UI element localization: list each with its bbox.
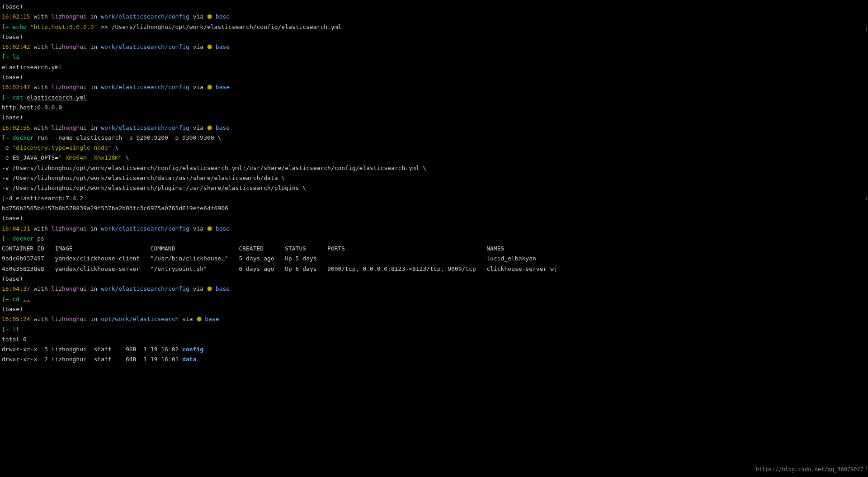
- cmd: docker: [12, 235, 33, 242]
- timestamp: 16:05:24: [2, 316, 30, 322]
- cmd: ls: [12, 53, 19, 60]
- terminal-output: (base) 16:02:15 with lizhonghui in work/…: [2, 2, 866, 365]
- cwd: work/elasticsearch/config: [101, 225, 189, 232]
- env-name: base: [205, 316, 219, 322]
- dir-name: data: [182, 356, 196, 363]
- command-continuation: -v /Users/lizhonghui/opt/work/elasticsea…: [2, 163, 866, 173]
- base-indicator: (base): [2, 113, 866, 123]
- prompt-line: 16:02:55 with lizhonghui in work/elastic…: [2, 123, 866, 133]
- timestamp: 16:02:42: [2, 43, 30, 50]
- env-name: base: [216, 225, 230, 232]
- username: lizhonghui: [52, 225, 87, 232]
- command-line[interactable]: [→ ls: [2, 52, 866, 62]
- env-name: base: [216, 124, 230, 131]
- prompt-arrow-icon: →: [5, 326, 13, 333]
- command-line[interactable]: [→ cat elasticsearch.yml: [2, 93, 866, 103]
- cwd: work/elasticsearch/config: [101, 124, 189, 131]
- env-icon: ⬢: [207, 13, 216, 20]
- prompt-arrow-icon: →: [5, 235, 13, 242]
- dir-name: config: [182, 346, 203, 353]
- cwd: work/elasticsearch/config: [101, 13, 189, 20]
- command-continuation: |-d elasticsearch:7.4.2: [2, 194, 866, 203]
- prompt-line: 16:04:31 with lizhonghui in work/elastic…: [2, 224, 866, 234]
- cwd: work/elasticsearch/config: [101, 285, 189, 292]
- prompt-line: 16:04:37 with lizhonghui in work/elastic…: [2, 284, 866, 294]
- prompt-arrow-icon: →: [5, 94, 13, 101]
- username: lizhonghui: [52, 285, 87, 292]
- prompt-arrow-icon: →: [5, 53, 13, 60]
- table-row: 9adc6b937497 yandex/clickhouse-client "/…: [2, 254, 866, 264]
- base-indicator: (base): [2, 304, 866, 314]
- timestamp: 16:02:15: [2, 13, 30, 20]
- env-icon: ⬢: [207, 43, 216, 50]
- command-line[interactable]: [→ echo "http.host:0.0.0.0" >> /Users/li…: [2, 22, 866, 32]
- env-name: base: [216, 43, 230, 50]
- command-line[interactable]: [→ cd ..: [2, 294, 866, 304]
- command-continuation: -e "discovery.type=single-node" \: [2, 143, 866, 153]
- env-icon: ⬢: [207, 84, 216, 90]
- output-line: elasticsearch.yml: [2, 62, 866, 72]
- cmd: docker: [12, 134, 33, 141]
- scrollbar-segment[interactable]: [866, 466, 867, 469]
- command-line[interactable]: [→ docker ps: [2, 234, 866, 244]
- env-name: base: [216, 84, 230, 90]
- env-icon: ⬢: [207, 124, 216, 131]
- cmd-arg: "http.host:0.0.0.0": [30, 24, 98, 30]
- output-line: http.host:0.0.0.0: [2, 103, 866, 113]
- env-icon: ⬢: [197, 316, 205, 322]
- output-line: total 0: [2, 335, 866, 345]
- cmd-arg: elasticsearch.yml: [27, 94, 87, 101]
- env-name: base: [216, 285, 230, 292]
- timestamp: 16:02:47: [2, 84, 30, 90]
- base-indicator: (base): [2, 32, 866, 42]
- scrollbar-segment[interactable]: [866, 197, 867, 200]
- env-icon: ⬢: [207, 285, 216, 292]
- output-line: bd756b2565b4f57b8b578839a29f537ba2b03fc3…: [2, 203, 866, 213]
- table-row: 450e358238e8 yandex/clickhouse-server "/…: [2, 264, 866, 274]
- base-indicator: (base): [2, 2, 866, 12]
- username: lizhonghui: [52, 124, 87, 131]
- base-indicator: (base): [2, 72, 866, 82]
- timestamp: 16:04:37: [2, 285, 30, 292]
- cmd-arg: ..: [23, 296, 30, 302]
- cwd: work/elasticsearch/config: [101, 84, 189, 90]
- command-line[interactable]: [→ ll: [2, 325, 866, 335]
- prompt-line: 16:02:42 with lizhonghui in work/elastic…: [2, 42, 866, 52]
- watermark: https://blog.csdn.net/qq_36079077: [756, 464, 863, 474]
- table-header: CONTAINER ID IMAGE COMMAND CREATED STATU…: [2, 244, 866, 254]
- command-line[interactable]: [→ docker run --name elasticsearch -p 92…: [2, 133, 866, 143]
- cmd: ll: [12, 326, 19, 333]
- username: lizhonghui: [52, 84, 87, 90]
- username: lizhonghui: [52, 43, 87, 50]
- base-indicator: (base): [2, 213, 866, 223]
- list-item: drwxr-xr-x 2 lizhonghui staff 64B 1 19 1…: [2, 354, 866, 364]
- prompt-arrow-icon: →: [5, 24, 13, 30]
- command-continuation: -e ES_JAVA_OPTS="-Xms64m -Xmx128m" \: [2, 153, 866, 163]
- list-item: drwxr-xr-x 3 lizhonghui staff 96B 1 19 1…: [2, 345, 866, 354]
- base-indicator: (base): [2, 274, 866, 284]
- cmd: cat: [12, 94, 23, 101]
- scrollbar-segment[interactable]: [866, 27, 867, 31]
- timestamp: 16:02:55: [2, 124, 30, 131]
- prompt-line: 16:02:47 with lizhonghui in work/elastic…: [2, 82, 866, 92]
- prompt-line: 16:05:24 with lizhonghui in opt/work/ela…: [2, 314, 866, 324]
- cwd: opt/work/elasticsearch: [101, 316, 179, 322]
- prompt-arrow-icon: →: [5, 296, 13, 302]
- timestamp: 16:04:31: [2, 225, 30, 232]
- command-continuation: -v /Users/lizhonghui/opt/work/elasticsea…: [2, 173, 866, 183]
- env-name: base: [216, 13, 230, 20]
- env-icon: ⬢: [207, 225, 216, 232]
- command-continuation: -v /Users/lizhonghui/opt/work/elasticsea…: [2, 183, 866, 193]
- prompt-line: 16:02:15 with lizhonghui in work/elastic…: [2, 12, 866, 22]
- username: lizhonghui: [52, 316, 87, 322]
- cmd: cd: [12, 296, 19, 302]
- prompt-arrow-icon: →: [5, 134, 13, 141]
- username: lizhonghui: [52, 13, 87, 20]
- cmd: echo: [12, 24, 26, 30]
- cwd: work/elasticsearch/config: [101, 43, 189, 50]
